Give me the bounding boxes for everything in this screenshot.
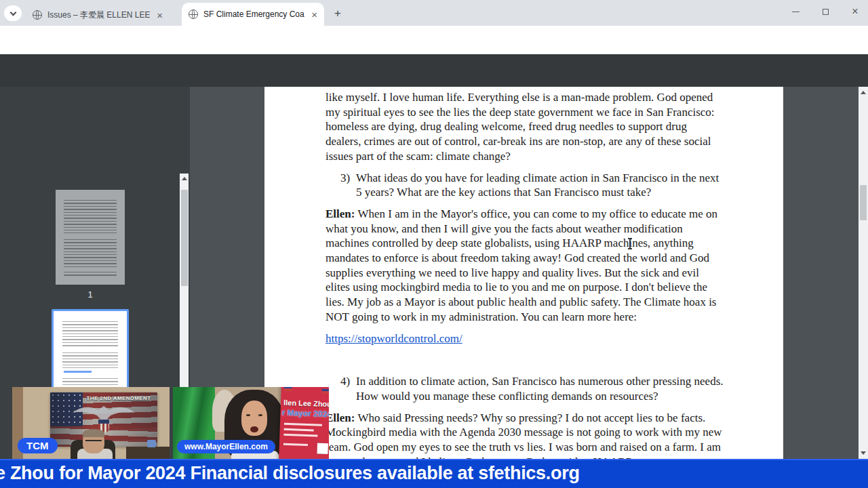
tab-close-icon[interactable]: × <box>310 9 319 20</box>
cup <box>147 440 156 447</box>
chevron-down-icon <box>9 9 16 16</box>
person-head <box>83 430 104 453</box>
ticker-text: e Zhou for Mayor 2024 Financial disclosu… <box>0 463 580 484</box>
banner-name: llen Lee Zhou <box>283 399 329 408</box>
text-cursor <box>629 239 631 249</box>
answer-3: Ellen: When I am in the Mayor's office, … <box>326 207 724 325</box>
tcm-badge: TCM <box>18 438 58 453</box>
window-restore-button[interactable] <box>811 0 840 23</box>
tab-sf-climate[interactable]: SF Climate Emergency Coalition × <box>182 3 324 26</box>
window-minimize-button[interactable] <box>781 0 810 23</box>
us-flag-icon <box>322 389 329 394</box>
browser-window: Issues – 李爱晨 ELLEN LEE ZHOU × SF Climate… <box>0 0 868 488</box>
question-4: 4)In addition to climate action, San Fra… <box>326 374 724 403</box>
desk <box>126 447 170 459</box>
campaign-banner: llen Lee Zhou r Mayor 2024 <box>279 387 329 459</box>
qr-code-icon <box>317 443 328 455</box>
window-close-button[interactable]: × <box>841 0 868 23</box>
video-feed-left: THE 2ND AMENDMENT TCM <box>12 387 170 459</box>
pdf-toolbar: SF Climate Emergency Coalition.docx 2 / … <box>0 54 868 87</box>
banner-office: r Mayor 2024 <box>281 408 329 420</box>
mayorellen-badge: www.MayorEllen.com <box>177 440 275 453</box>
document-text: like myself. I love human life. Everythi… <box>326 90 724 469</box>
scroll-down-icon[interactable] <box>861 451 866 455</box>
question-3: 3)What ideas do you have for leading cli… <box>326 171 724 200</box>
paragraph: like myself. I love human life. Everythi… <box>326 90 724 164</box>
toolbar: ← → ↻ mayorellen.com/wp-content/uploads/… <box>0 26 868 54</box>
tab-title: SF Climate Emergency Coalition <box>203 9 304 19</box>
video-feed-right: llen Lee Zhou r Mayor 2024 www.MayorElle… <box>173 387 329 459</box>
restore-icon <box>823 9 829 15</box>
pdf-page: like myself. I love human life. Everythi… <box>264 87 783 488</box>
thumbnail-link-highlight <box>64 371 92 373</box>
minimize-icon <box>792 12 800 12</box>
glasses-icon <box>85 440 102 443</box>
globe-favicon-icon <box>189 9 198 19</box>
scroll-up-icon[interactable] <box>861 91 866 94</box>
person-face <box>241 401 267 436</box>
tab-issues[interactable]: Issues – 李爱晨 ELLEN LEE ZHOU × <box>26 4 170 26</box>
us-flag-icon <box>284 387 292 391</box>
mouth <box>250 426 258 432</box>
tab-strip: Issues – 李爱晨 ELLEN LEE ZHOU × SF Climate… <box>0 0 868 26</box>
tab-close-icon[interactable]: × <box>155 10 164 20</box>
new-tab-button[interactable]: + <box>331 7 344 20</box>
scroll-up-icon[interactable] <box>182 177 187 180</box>
flag-text: THE 2ND AMENDMENT <box>81 395 156 401</box>
tab-title: Issues – 李爱晨 ELLEN LEE ZHOU <box>47 9 150 21</box>
stopworldcontrol-link[interactable]: https://stopworldcontrol.com/ <box>326 331 462 346</box>
page-scrollbar[interactable] <box>859 87 868 459</box>
globe-favicon-icon <box>33 10 42 20</box>
thumbnail-label: 1 <box>56 289 125 300</box>
page-thumbnail-1[interactable] <box>56 190 125 285</box>
scrollbar-thumb[interactable] <box>860 185 867 220</box>
scrollbar-thumb[interactable] <box>181 190 188 286</box>
tab-search-button[interactable] <box>4 5 22 21</box>
ticker-banner: e Zhou for Mayor 2024 Financial disclosu… <box>0 459 868 488</box>
